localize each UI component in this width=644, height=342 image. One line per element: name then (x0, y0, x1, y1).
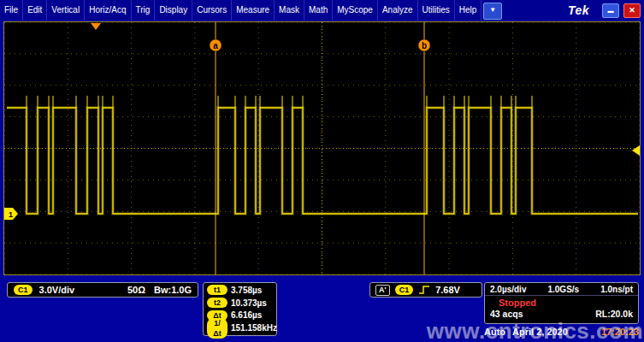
trigger-mode: Auto (484, 327, 505, 337)
menu-dropdown-button[interactable]: ▼ (483, 3, 502, 20)
window-controls: Tek ▬ ✕ (568, 0, 644, 21)
close-button[interactable]: ✕ (623, 3, 641, 18)
cursor-b-label: b (422, 41, 427, 50)
trigger-level-marker[interactable] (632, 145, 640, 156)
menu-item-math[interactable]: Math (304, 0, 333, 21)
menu-item-mask[interactable]: Mask (275, 0, 304, 21)
oscilloscope-window: FileEditVerticalHoriz/AcqTrigDisplayCurs… (0, 0, 644, 342)
trigger-system-badge: A' (375, 285, 390, 296)
measurement-value-freq: 151.158kHz (231, 323, 277, 333)
menu-item-trig[interactable]: Trig (132, 0, 156, 21)
cursor-measurement-box[interactable]: t1 3.758µs t2 10.373µs Δt 6.616µs 1/Δt 1… (203, 282, 277, 336)
channel-scale: 3.0V/div (39, 285, 75, 295)
timebase-value: 2.0µs/div (490, 285, 526, 294)
waveform-overshoot-spikes (27, 96, 532, 108)
menu-item-myscope[interactable]: MyScope (333, 0, 378, 21)
cursor-a-label: a (213, 41, 218, 50)
measurement-badge-t1: t1 (207, 285, 227, 295)
timebase-row: 2.0µs/div 1.0GS/s 1.0ns/pt (485, 283, 638, 296)
menu-item-analyze[interactable]: Analyze (378, 0, 418, 21)
trigger-readout-box[interactable]: A' C1 7.68V (369, 282, 482, 298)
waveform-display-area[interactable]: ab1 (3, 21, 641, 275)
channel-readout-box[interactable]: C1 3.0V/div 50Ω Bw:1.0G (7, 282, 198, 298)
trigger-level-value: 7.68V (435, 285, 460, 295)
channel-termination: 50Ω (127, 285, 145, 295)
resolution-value: 1.0ns/pt (600, 285, 633, 294)
measurement-value-dt: 6.616µs (231, 310, 262, 320)
trigger-source-badge: C1 (395, 285, 414, 295)
minimize-button[interactable]: ▬ (602, 3, 619, 18)
measurement-value-t2: 10.373µs (231, 298, 267, 308)
menu-bar: FileEditVerticalHoriz/AcqTrigDisplayCurs… (0, 0, 644, 21)
measurement-value-t1: 3.758µs (231, 286, 262, 295)
scope-screen-svg: ab1 (4, 22, 640, 274)
measurement-row: t1 3.758µs (207, 284, 273, 296)
menu-items: FileEditVerticalHoriz/AcqTrigDisplayCurs… (0, 0, 482, 21)
menu-item-file[interactable]: File (0, 0, 23, 21)
date-label: April 2, 2020 (512, 327, 568, 337)
horizontal-readout-box[interactable]: 2.0µs/div 1.0GS/s 1.0ns/pt Stopped 43 ac… (484, 282, 639, 324)
datetime-row: Auto April 2, 2020 17:20:23 (484, 327, 639, 337)
minimize-icon: ▬ (608, 8, 614, 14)
time-label: 17:20:23 (601, 327, 639, 337)
measurement-row: 1/Δt 151.158kHz (207, 322, 273, 334)
acquisition-count-row: 43 acqs RL:20.0k (485, 308, 638, 319)
menu-item-utilities[interactable]: Utilities (418, 0, 455, 21)
rising-edge-icon (418, 285, 430, 295)
menu-item-help[interactable]: Help (455, 0, 482, 21)
tek-logo: Tek (568, 3, 589, 17)
acquisition-count: 43 acqs (490, 309, 523, 319)
close-icon: ✕ (629, 6, 635, 15)
channel-badge: C1 (14, 285, 32, 295)
acquisition-status: Stopped (499, 298, 536, 308)
menu-item-measure[interactable]: Measure (232, 0, 275, 21)
chevron-down-icon: ▼ (489, 6, 496, 14)
channel-settings: 50Ω Bw:1.0G (127, 285, 192, 295)
menu-item-vertical[interactable]: Vertical (47, 0, 85, 21)
menu-item-horiz-acq[interactable]: Horiz/Acq (85, 0, 131, 21)
record-length: RL:20.0k (595, 309, 633, 319)
acquisition-status-row: Stopped (485, 296, 638, 308)
measurement-badge-t2: t2 (207, 298, 227, 308)
menu-item-edit[interactable]: Edit (23, 0, 47, 21)
channel-1-marker-label: 1 (9, 210, 13, 219)
sample-rate-value: 1.0GS/s (547, 285, 579, 294)
menu-item-cursors[interactable]: Cursors (192, 0, 232, 21)
measurement-badge-freq: 1/Δt (207, 318, 227, 339)
channel-bandwidth: Bw:1.0G (154, 285, 192, 295)
menu-item-display[interactable]: Display (155, 0, 192, 21)
trigger-position-marker[interactable] (91, 23, 101, 30)
measurement-row: t2 10.373µs (207, 297, 273, 309)
